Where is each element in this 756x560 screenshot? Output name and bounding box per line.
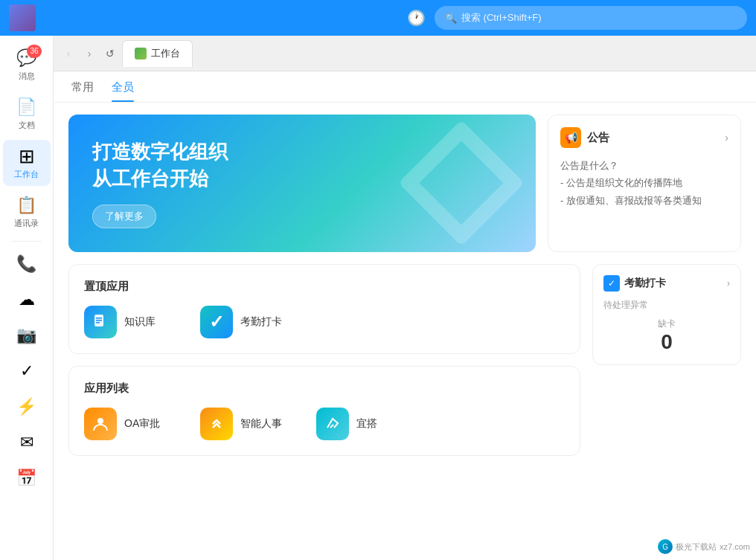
tab-favicon (135, 48, 147, 59)
attendance-missing-label: 缺卡 (603, 318, 730, 330)
calendar-icon: 📅 (16, 468, 37, 489)
messages-icon: 💬 36 (16, 48, 37, 68)
mail-icon: ✉ (16, 432, 37, 453)
hr-icon (200, 408, 233, 440)
sidebar-item-cloud[interactable]: ☁ (3, 283, 51, 316)
sidebar-item-workbench[interactable]: ⊞ 工作台 (3, 140, 51, 186)
app-attendance[interactable]: ✓ 考勤打卡 (200, 306, 304, 338)
knowledge-icon (84, 306, 117, 338)
sidebar-item-calendar[interactable]: 📅 (3, 462, 51, 495)
apps-left: 置顶应用 知识库 ✓ 考勤打卡 (68, 264, 580, 456)
hero-title: 打造数字化组织 从工作台开始 (92, 138, 512, 193)
app-list-card: 应用列表 OA审批 (68, 366, 580, 456)
scroll-area: 打造数字化组织 从工作台开始 了解更多 📢 公告 › 公告是什么？ (54, 103, 756, 555)
lightning-icon: ⚡ (16, 396, 37, 417)
app-list-title: 应用列表 (84, 382, 565, 396)
app-knowledge[interactable]: 知识库 (84, 306, 188, 338)
user-avatar[interactable] (9, 4, 36, 31)
tab-bar: ‹ › ↺ 工作台 (54, 36, 756, 71)
app-hr[interactable]: 智能人事 (200, 408, 304, 440)
messages-badge: 36 (27, 45, 41, 58)
tab-common[interactable]: 常用 (71, 80, 94, 102)
announcement-item-0: - 公告是组织文化的传播阵地 (560, 174, 728, 191)
hr-label: 智能人事 (240, 417, 282, 431)
app-oa[interactable]: OA审批 (84, 408, 188, 440)
sidebar-item-camera[interactable]: 📷 (3, 319, 51, 352)
hero-section: 打造数字化组织 从工作台开始 了解更多 📢 公告 › 公告是什么？ (68, 115, 741, 252)
search-icon: 🔍 (445, 13, 457, 24)
docs-icon: 📄 (16, 97, 37, 118)
contacts-icon: 📋 (16, 195, 37, 216)
main-layout: 💬 36 消息 📄 文档 ⊞ 工作台 📋 通讯录 📞 ☁ 📷 ✓ (0, 36, 756, 560)
knowledge-label: 知识库 (124, 315, 156, 329)
attendance-app-icon: ✓ (200, 306, 233, 338)
sidebar-item-lightning[interactable]: ⚡ (3, 390, 51, 423)
svg-rect-3 (96, 322, 100, 324)
sidebar-item-contacts[interactable]: 📋 通讯录 (3, 189, 51, 235)
announcement-icon: 📢 (560, 127, 581, 148)
sidebar-item-check[interactable]: ✓ (3, 355, 51, 387)
back-button[interactable]: ‹ (60, 45, 77, 62)
attendance-check-icon: ✓ (603, 275, 620, 292)
attendance-panel: ✓ 考勤打卡 › 待处理异常 缺卡 0 (592, 264, 741, 365)
sidebar-item-messages[interactable]: 💬 36 消息 (3, 42, 51, 88)
search-placeholder: 搜索 (Ctrl+Shift+F) (461, 11, 542, 25)
hero-title-line2: 从工作台开始 (92, 167, 208, 190)
hero-title-line1: 打造数字化组织 (92, 141, 228, 163)
yida-label: 宜搭 (356, 417, 377, 431)
search-bar[interactable]: 🔍 搜索 (Ctrl+Shift+F) (435, 6, 747, 30)
announcement-text: 公告是什么？ - 公告是组织文化的传播阵地 - 放假通知、喜报战报等各类通知 (560, 157, 728, 209)
svg-rect-1 (96, 318, 102, 319)
sidebar-label-messages: 消息 (19, 71, 35, 82)
oa-icon (84, 408, 117, 440)
hero-banner: 打造数字化组织 从工作台开始 了解更多 (68, 115, 536, 252)
app-list-grid: OA审批 智能人事 (84, 408, 565, 440)
svg-rect-2 (96, 320, 102, 321)
sidebar-item-phone[interactable]: 📞 (3, 248, 51, 280)
sidebar-item-mail[interactable]: ✉ (3, 426, 51, 459)
watermark-url: xz7.com (720, 542, 750, 551)
app-yida[interactable]: 宜搭 (316, 408, 420, 440)
apps-section: 置顶应用 知识库 ✓ 考勤打卡 (68, 264, 741, 456)
refresh-button[interactable]: ↺ (101, 45, 119, 62)
sub-tabs: 常用 全员 (54, 71, 756, 103)
content-area: ‹ › ↺ 工作台 常用 全员 打造数字化组织 (54, 36, 756, 560)
page-content: 常用 全员 打造数字化组织 从工作台开始 了解更多 (54, 71, 756, 560)
announcement-item-1: - 放假通知、喜报战报等各类通知 (560, 192, 728, 209)
sidebar-label-workbench: 工作台 (14, 169, 39, 180)
sidebar-label-docs: 文档 (19, 120, 35, 131)
tab-all[interactable]: 全员 (112, 80, 134, 102)
yida-icon (316, 408, 349, 440)
forward-button[interactable]: › (80, 45, 98, 62)
camera-icon: 📷 (16, 325, 37, 346)
sidebar: 💬 36 消息 📄 文档 ⊞ 工作台 📋 通讯录 📞 ☁ 📷 ✓ (0, 36, 54, 560)
announcement-desc: 公告是什么？ (560, 157, 728, 174)
sidebar-divider (12, 241, 42, 242)
workbench-icon: ⊞ (16, 146, 37, 167)
announcement-header: 📢 公告 › (560, 127, 728, 148)
oa-label: OA审批 (124, 417, 160, 431)
attendance-status: 待处理异常 (603, 299, 730, 312)
pinned-apps-grid: 知识库 ✓ 考勤打卡 (84, 306, 565, 338)
attendance-arrow[interactable]: › (727, 278, 730, 289)
sidebar-item-docs[interactable]: 📄 文档 (3, 91, 51, 137)
svg-point-4 (97, 418, 103, 424)
attendance-missing-value: 0 (603, 330, 730, 354)
attendance-card: ✓ 考勤打卡 › 待处理异常 缺卡 0 (592, 264, 741, 365)
announcement-title: 公告 (587, 131, 609, 145)
watermark: G 极光下载站 xz7.com (658, 539, 750, 554)
attendance-card-header: ✓ 考勤打卡 › (603, 275, 730, 292)
phone-icon: 📞 (16, 254, 37, 274)
history-icon[interactable]: 🕐 (407, 9, 426, 27)
hero-button[interactable]: 了解更多 (92, 205, 156, 228)
pinned-apps-card: 置顶应用 知识库 ✓ 考勤打卡 (68, 264, 580, 354)
announcement-arrow[interactable]: › (725, 132, 728, 144)
announcement-card: 📢 公告 › 公告是什么？ - 公告是组织文化的传播阵地 - 放假通知、喜报战报… (548, 115, 741, 252)
attendance-app-label: 考勤打卡 (240, 315, 282, 329)
attendance-missing: 缺卡 0 (603, 318, 730, 354)
sidebar-label-contacts: 通讯录 (14, 218, 39, 229)
active-tab[interactable]: 工作台 (122, 40, 193, 67)
attendance-card-title: 考勤打卡 (624, 277, 666, 290)
top-bar: 🕐 🔍 搜索 (Ctrl+Shift+F) (0, 0, 756, 36)
watermark-logo: G (658, 539, 673, 554)
